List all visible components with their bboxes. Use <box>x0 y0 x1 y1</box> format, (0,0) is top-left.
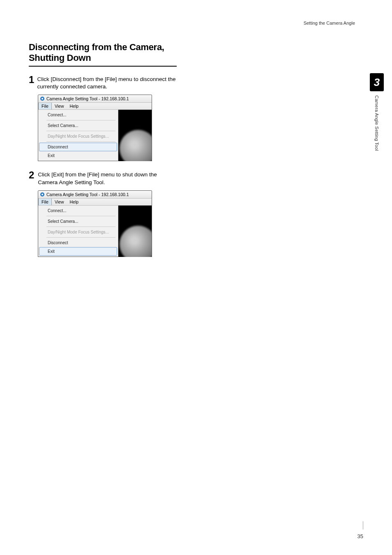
step-number: 2 <box>29 170 35 180</box>
titlebar: Camera Angle Setting Tool - 192.168.100.… <box>38 95 152 103</box>
svg-point-3 <box>42 194 43 195</box>
step-1: 1 Click [Disconnect] from the [File] men… <box>29 75 177 90</box>
menu-select-camera[interactable]: Select Camera... <box>39 121 117 130</box>
menubar-view[interactable]: View <box>52 199 67 205</box>
menu-select-camera[interactable]: Select Camera... <box>39 217 117 226</box>
page-number: 35 <box>357 533 363 539</box>
menu-exit[interactable]: Exit <box>39 247 117 256</box>
menubar-file[interactable]: File <box>38 199 52 205</box>
titlebar: Camera Angle Setting Tool - 192.168.100.… <box>38 191 152 199</box>
step-2: 2 Click [Exit] from the [File] menu to s… <box>29 170 177 186</box>
step-text: Click [Exit] from the [File] menu to shu… <box>38 170 177 186</box>
app-icon <box>40 192 45 197</box>
menu-separator <box>46 131 115 131</box>
menu-disconnect[interactable]: Disconnect <box>39 238 117 247</box>
menu-separator <box>46 216 115 216</box>
dropdown-menu: Connect... Select Camera... Day/Night Mo… <box>38 206 118 257</box>
dropdown-menu: Connect... Select Camera... Day/Night Mo… <box>38 110 118 161</box>
screenshot-disconnect: Camera Angle Setting Tool - 192.168.100.… <box>38 95 152 161</box>
menubar-view[interactable]: View <box>52 103 67 109</box>
menu-day-night: Day/Night Mode Focus Settings... <box>39 228 117 236</box>
svg-point-1 <box>42 98 43 99</box>
header-breadcrumb: Setting the Camera Angle <box>29 21 355 25</box>
menu-body: Connect... Select Camera... Day/Night Mo… <box>38 110 152 161</box>
menubar-file[interactable]: File <box>38 103 52 109</box>
step-number: 1 <box>29 75 35 85</box>
menu-separator <box>46 120 115 120</box>
menubar-help[interactable]: Help <box>67 103 82 109</box>
section-title: Disconnecting from the Camera, Shutting … <box>29 42 177 63</box>
app-icon <box>40 96 45 101</box>
menu-day-night: Day/Night Mode Focus Settings... <box>39 132 117 141</box>
menu-connect[interactable]: Connect... <box>39 111 117 119</box>
menubar: File View Help <box>38 199 152 206</box>
preview-panel <box>118 206 152 257</box>
menubar: File View Help <box>38 103 152 110</box>
menu-separator <box>46 227 115 227</box>
screenshot-exit: Camera Angle Setting Tool - 192.168.100.… <box>38 190 152 257</box>
window-title: Camera Angle Setting Tool - 192.168.100.… <box>46 192 129 197</box>
menubar-help[interactable]: Help <box>67 199 82 205</box>
page-number-rule <box>363 521 364 530</box>
menu-exit[interactable]: Exit <box>39 151 117 160</box>
chapter-label: Camera Angle Setting Tool <box>374 95 379 151</box>
window-title: Camera Angle Setting Tool - 192.168.100.… <box>46 96 129 101</box>
menu-separator <box>46 237 115 238</box>
preview-panel <box>118 110 152 161</box>
menu-body: Connect... Select Camera... Day/Night Mo… <box>38 206 152 257</box>
menu-disconnect[interactable]: Disconnect <box>39 143 117 151</box>
menu-separator <box>46 141 115 142</box>
chapter-badge: 3 <box>370 73 384 91</box>
menu-connect[interactable]: Connect... <box>39 206 117 215</box>
step-text: Click [Disconnect] from the [File] menu … <box>37 75 177 90</box>
title-rule <box>29 66 177 67</box>
side-tab: 3 Camera Angle Setting Tool <box>370 73 384 151</box>
